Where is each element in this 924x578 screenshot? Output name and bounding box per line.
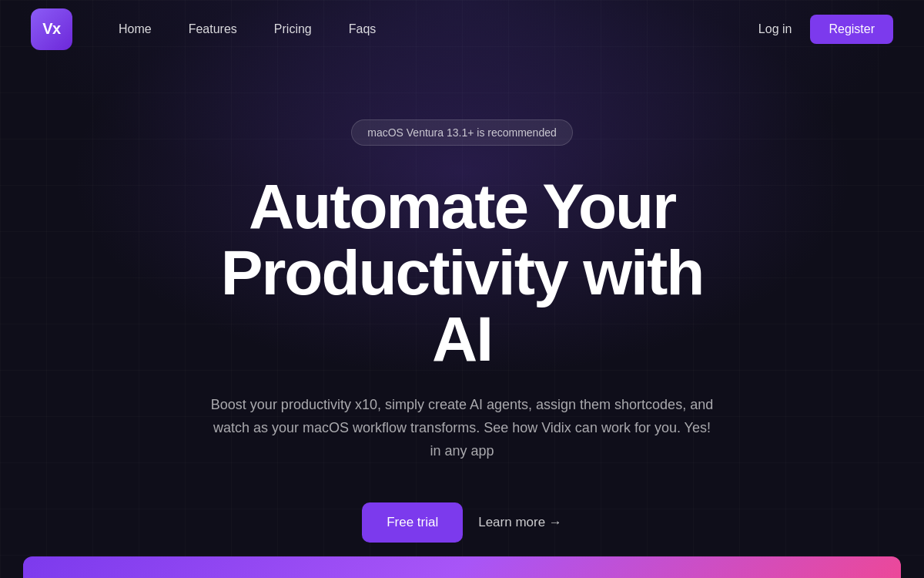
cta-group: Free trial Learn more → [362,502,562,543]
navbar: Vx Home Features Pricing Faqs Log in Reg… [0,0,924,58]
logo[interactable]: Vx [31,8,72,50]
login-button[interactable]: Log in [758,22,792,36]
nav-pricing[interactable]: Pricing [274,22,312,36]
hero-title: Automate Your Productivity with AI [192,173,732,372]
nav-left: Vx Home Features Pricing Faqs [31,8,376,50]
os-badge: macOS Ventura 13.1+ is recommended [351,119,573,146]
hero-section: macOS Ventura 13.1+ is recommended Autom… [0,58,924,543]
nav-features[interactable]: Features [189,22,237,36]
hero-subtitle: Boost your productivity x10, simply crea… [208,394,716,462]
learn-more-button[interactable]: Learn more → [478,515,562,530]
register-button[interactable]: Register [810,15,893,44]
nav-home[interactable]: Home [119,22,152,36]
nav-links: Home Features Pricing Faqs [119,22,376,36]
bottom-bar [23,556,901,578]
nav-faqs[interactable]: Faqs [349,22,377,36]
free-trial-button[interactable]: Free trial [362,502,463,543]
hero-title-line2: Productivity with AI [221,237,704,374]
nav-right: Log in Register [758,15,893,44]
hero-title-line1: Automate Your [249,171,675,241]
